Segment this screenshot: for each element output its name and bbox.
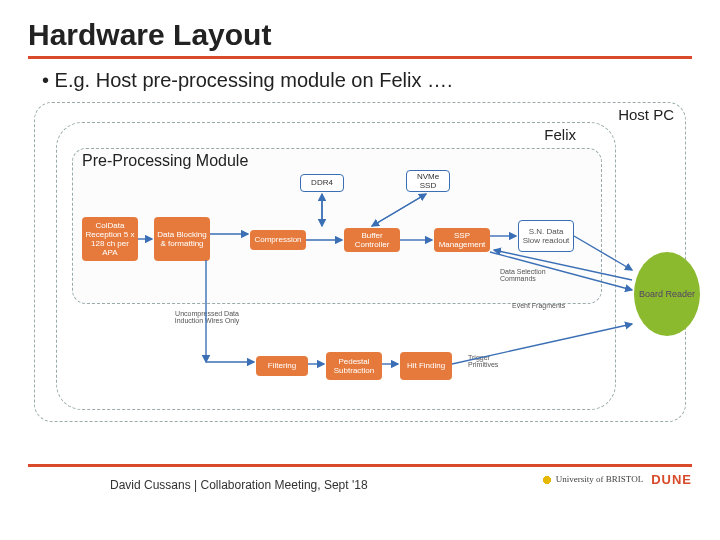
logos: University of BRISTOL DUNE: [540, 472, 692, 487]
nvme-block: NVMe SSD: [406, 170, 450, 192]
datasel-label: Data Selection Commands: [500, 268, 570, 283]
hostpc-label: Host PC: [618, 106, 674, 123]
evtfrag-label: Event Fragments: [512, 302, 565, 309]
felix-label: Felix: [544, 126, 576, 143]
board-reader: Board Reader: [634, 252, 700, 336]
coldata-block: ColData Reception 5 x 128 ch per APA: [82, 217, 138, 261]
ddr4-block: DDR4: [300, 174, 344, 192]
filtering-block: Filtering: [256, 356, 308, 376]
bristol-logo: University of BRISTOL: [540, 473, 644, 487]
datablocking-block: Data Blocking & formatting: [154, 217, 210, 261]
diagram-area: Host PC Felix Pre-Processing Module ColD…: [34, 102, 686, 432]
trigprim-label: Trigger Primitives: [468, 354, 518, 369]
hitfind-block: Hit Finding: [400, 352, 452, 380]
dune-logo: DUNE: [651, 472, 692, 487]
bufctrl-block: Buffer Controller: [344, 228, 400, 252]
sspmgmt-block: SSP Management: [434, 228, 490, 252]
uncomp-label: Uncompressed Data Induction Wires Only: [174, 310, 240, 325]
sn-readout-block: S.N. Data Slow readout: [518, 220, 574, 252]
bullet-text: E.g. Host pre-processing module on Felix…: [42, 69, 692, 92]
pedsub-block: Pedestal Subtraction: [326, 352, 382, 380]
compression-block: Compression: [250, 230, 306, 250]
footer-text: David Cussans | Collaboration Meeting, S…: [110, 478, 368, 492]
footer-rule: [28, 464, 692, 467]
page-title: Hardware Layout: [28, 18, 692, 59]
sun-icon: [540, 473, 554, 487]
ppm-label: Pre-Processing Module: [82, 152, 248, 170]
